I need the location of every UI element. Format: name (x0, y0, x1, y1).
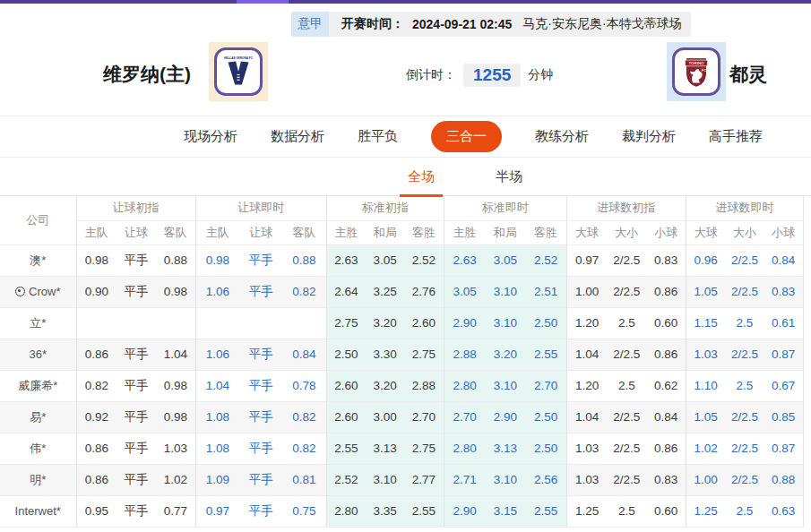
odds-cell: 2.50 (326, 339, 366, 370)
odds-cell[interactable]: 1.10 (686, 370, 725, 401)
odds-cell[interactable]: 2/2.5 (725, 339, 764, 370)
odds-cell[interactable]: 2.71 (444, 464, 485, 495)
odds-cell[interactable]: 2.80 (444, 370, 485, 401)
odds-cell[interactable]: 0.83 (764, 276, 803, 307)
odds-cell[interactable]: 2.50 (525, 307, 566, 339)
odds-cell[interactable]: 平手 (239, 401, 282, 433)
odds-cell[interactable]: 1.15 (686, 307, 725, 339)
odds-cell[interactable]: 0.67 (764, 370, 803, 401)
odds-cell[interactable]: 1.08 (195, 433, 239, 464)
odds-cell[interactable]: 1.02 (686, 433, 725, 464)
odds-cell[interactable]: 2.90 (444, 495, 485, 527)
nav-tab-2[interactable]: 数据分析 (271, 128, 324, 145)
odds-cell[interactable]: 1.09 (195, 464, 239, 495)
odds-cell[interactable]: 2.55 (525, 339, 566, 370)
odds-cell[interactable]: 2.70 (444, 401, 485, 433)
odds-cell[interactable]: 3.20 (485, 339, 525, 370)
odds-cell[interactable]: 1.03 (686, 339, 725, 370)
odds-cell[interactable]: 2.51 (525, 276, 566, 307)
sub-header: 大小 (607, 220, 646, 245)
odds-cell[interactable]: 0.63 (764, 495, 803, 527)
odds-cell[interactable]: 1.00 (686, 464, 725, 495)
odds-cell[interactable]: 1.06 (195, 339, 239, 370)
odds-cell[interactable]: 2/2.5 (725, 401, 764, 433)
odds-cell[interactable]: 0.87 (764, 433, 803, 464)
nav-tab-7[interactable]: 高手推荐 (709, 128, 763, 145)
odds-cell[interactable]: 0.84 (764, 245, 803, 276)
odds-cell[interactable]: 0.81 (282, 464, 326, 495)
odds-cell[interactable]: 2.70 (525, 370, 566, 401)
odds-cell[interactable]: 平手 (239, 276, 282, 307)
odds-cell[interactable]: 1.05 (686, 276, 725, 307)
nav-tab-4[interactable]: 三合一 (431, 121, 502, 152)
odds-cell[interactable] (195, 307, 239, 339)
odds-cell[interactable]: 0.75 (282, 495, 326, 527)
odds-cell[interactable]: 1.06 (195, 276, 239, 307)
odds-cell[interactable]: 1.25 (686, 495, 725, 527)
odds-cell[interactable]: 2.90 (444, 307, 485, 339)
odds-cell[interactable]: 3.15 (485, 495, 525, 527)
odds-cell[interactable]: 0.84 (282, 339, 326, 370)
odds-cell[interactable]: 平手 (239, 370, 282, 401)
odds-cell[interactable]: 2.88 (444, 339, 485, 370)
odds-cell[interactable]: 平手 (239, 245, 282, 276)
odds-cell[interactable]: 2/2.5 (725, 433, 764, 464)
odds-cell[interactable]: 3.05 (444, 276, 485, 307)
period-tab-1[interactable]: 全场 (408, 168, 435, 185)
odds-cell[interactable]: 2.52 (525, 245, 566, 276)
odds-cell[interactable]: 2.90 (485, 401, 525, 433)
odds-cell[interactable] (282, 307, 326, 339)
odds-cell[interactable]: 0.78 (282, 370, 326, 401)
odds-cell[interactable]: 0.87 (764, 339, 803, 370)
league-badge[interactable]: 意甲 (291, 12, 329, 37)
odds-cell[interactable]: 0.82 (282, 433, 326, 464)
odds-cell[interactable]: 3.10 (485, 276, 525, 307)
odds-cell[interactable]: 2.5 (725, 307, 764, 339)
odds-cell: 0.60 (646, 307, 686, 339)
odds-cell[interactable]: 3.05 (485, 245, 525, 276)
odds-cell[interactable]: 0.85 (764, 401, 803, 433)
odds-cell[interactable]: 2.63 (444, 245, 485, 276)
odds-cell[interactable]: 2.55 (525, 495, 566, 527)
odds-cell[interactable]: 2/2.5 (725, 245, 764, 276)
nav-tab-3[interactable]: 胜平负 (358, 128, 398, 145)
odds-cell[interactable]: 平手 (239, 464, 282, 495)
away-team-name: 都灵 (729, 62, 767, 87)
odds-cell[interactable]: 3.10 (485, 307, 525, 339)
odds-cell[interactable]: 3.13 (485, 433, 525, 464)
odds-cell[interactable]: 2/2.5 (725, 464, 764, 495)
odds-cell[interactable]: 平手 (239, 495, 282, 527)
nav-tab-6[interactable]: 裁判分析 (622, 128, 676, 145)
odds-cell[interactable]: 0.82 (282, 276, 326, 307)
odds-cell[interactable]: 平手 (239, 339, 282, 370)
odds-cell: 平手 (116, 401, 156, 433)
odds-cell: 0.86 (646, 339, 686, 370)
nav-tab-1[interactable]: 现场分析 (184, 128, 237, 145)
odds-cell[interactable] (239, 307, 282, 339)
odds-cell[interactable]: 0.98 (195, 245, 239, 276)
odds-cell: 2.75 (404, 339, 444, 370)
odds-cell[interactable]: 0.61 (764, 307, 803, 339)
company-name: 36* (30, 348, 47, 361)
odds-cell[interactable]: 3.10 (485, 464, 525, 495)
odds-cell[interactable]: 1.04 (195, 370, 239, 401)
odds-cell[interactable]: 0.88 (282, 245, 326, 276)
odds-cell[interactable]: 2.5 (725, 495, 764, 527)
odds-cell[interactable]: 0.97 (195, 495, 239, 527)
odds-cell[interactable]: 2.80 (444, 433, 485, 464)
odds-cell[interactable]: 2.50 (525, 433, 566, 464)
odds-cell[interactable]: 0.88 (764, 464, 803, 495)
odds-cell[interactable]: 1.08 (195, 401, 239, 433)
odds-cell[interactable]: 0.96 (686, 245, 725, 276)
odds-cell[interactable]: 3.10 (485, 370, 525, 401)
nav-tab-5[interactable]: 教练分析 (535, 128, 589, 145)
odds-cell[interactable]: 0.82 (282, 401, 326, 433)
odds-cell[interactable]: 2/2.5 (725, 276, 764, 307)
period-tab-2[interactable]: 半场 (496, 168, 522, 185)
odds-cell[interactable]: 2.5 (725, 370, 764, 401)
odds-cell[interactable]: 平手 (239, 433, 282, 464)
odds-cell: 0.98 (76, 245, 116, 276)
odds-cell[interactable]: 2.56 (525, 464, 566, 495)
odds-cell[interactable]: 1.05 (686, 401, 725, 433)
odds-cell[interactable]: 2.50 (525, 401, 566, 433)
